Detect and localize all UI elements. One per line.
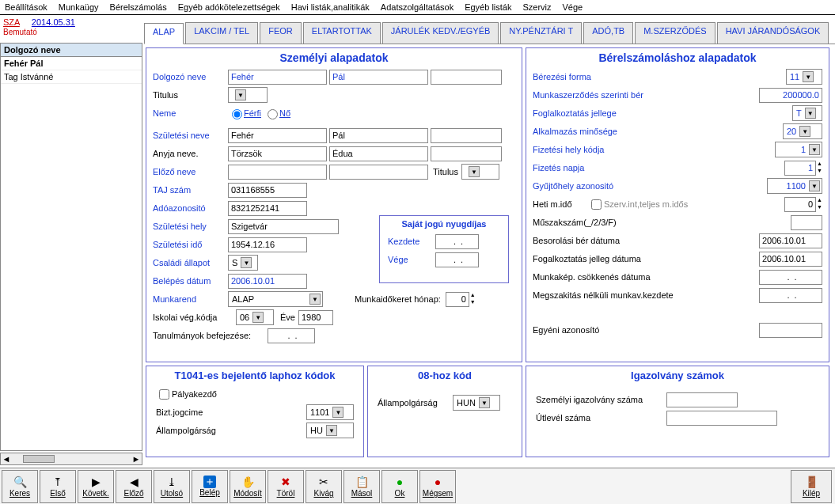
tab-adotb[interactable]: ADÓ,TB [583,22,633,44]
kivag-button[interactable]: ✂Kivág [306,470,342,503]
name-extra-input[interactable] [431,70,502,85]
list-item[interactable]: Fehér Pál [1,57,142,70]
birthname-first-input[interactable] [329,128,428,143]
chevron-down-icon[interactable]: ▼ [326,425,337,436]
muszak-input[interactable] [791,215,822,230]
elso-button[interactable]: ⤒Első [40,470,76,503]
tab-feor[interactable]: FEOR [260,22,302,44]
fogjell-input[interactable] [759,252,822,267]
firstname-input[interactable] [329,70,428,85]
menu-szerviz[interactable]: Szerviz [522,2,551,12]
fiznap-input[interactable] [784,161,816,176]
scroll-right-icon[interactable]: ► [131,454,142,464]
menu-beallitasok[interactable]: Beállítások [5,2,47,12]
list-horizontal-scrollbar[interactable]: ◄ ► [0,453,142,465]
tab-lakcim[interactable]: LAKCIM / TEL [185,22,258,44]
gender-female-radio[interactable] [268,109,278,119]
heti-input[interactable] [784,197,816,212]
mszerz-input[interactable] [759,88,822,103]
munkarend-combo[interactable]: ALAP▼ [228,291,323,307]
chevron-down-icon[interactable]: ▼ [252,312,264,323]
eve-input[interactable] [298,310,333,325]
alkmin-combo[interactable]: 20▼ [783,123,822,139]
allamp-08-combo[interactable]: HUN▼ [453,395,500,411]
menu-berelszamolas[interactable]: Bérelszámolás [110,2,167,12]
menu-adatszolg[interactable]: Adatszolgáltatások [381,2,454,12]
belep-button[interactable]: ＋Belép [192,470,228,503]
palyakezdo-checkbox[interactable] [159,389,169,400]
birthname-extra-input[interactable] [431,128,502,143]
date-link[interactable]: 2014.05.31 [32,17,75,27]
keres-button[interactable]: 🔍Keres [2,470,38,503]
tanulm-date-input[interactable] [268,328,315,343]
nyugdij-vege-input[interactable] [435,252,479,267]
megsem-button[interactable]: ●Mégsem [419,470,456,503]
employee-list[interactable]: Fehér Pál Tag Istvánné [0,57,142,451]
megszak-input[interactable] [759,288,822,303]
chevron-down-icon[interactable]: ▼ [809,144,820,155]
fiznap-down-icon[interactable]: ▼ [817,168,822,175]
label-ferfi[interactable]: Férfi [244,108,261,118]
chevron-down-icon[interactable]: ▼ [469,166,480,177]
chevron-down-icon[interactable]: ▼ [803,71,814,82]
menu-vege[interactable]: Vége [563,2,583,12]
birthdate-input[interactable] [228,237,307,252]
bizt-combo[interactable]: 1101▼ [306,404,354,420]
torol-button[interactable]: ✖Töröl [268,470,304,503]
birthplace-input[interactable] [228,219,339,234]
maritalstatus-combo[interactable]: S▼ [228,255,258,271]
mothername-first-input[interactable] [329,146,428,161]
szig-input[interactable] [666,392,738,407]
tab-nypenztar[interactable]: NY.PÉNZTÁRI T [500,22,582,44]
menu-havi-listak[interactable]: Havi listák,analitikák [291,2,370,12]
prevname-first-input[interactable] [329,165,428,180]
prevname-last-input[interactable] [228,165,327,180]
chevron-down-icon[interactable]: ▼ [332,407,343,418]
chevron-down-icon[interactable]: ▼ [235,89,246,100]
nyugdij-kezdete-input[interactable] [435,234,479,249]
entrydate-input[interactable] [228,274,307,289]
fiznap-up-icon[interactable]: ▲ [817,161,822,168]
lastname-input[interactable] [228,70,327,85]
gender-male-radio[interactable] [232,109,242,119]
utlevel-input[interactable] [666,411,777,426]
tab-jarulek[interactable]: JÁRULÉK KEDV./EGYÉB [382,22,499,44]
mkh-up-icon[interactable]: ▲ [470,292,476,299]
utolso-button[interactable]: ⤓Utolsó [154,470,190,503]
menu-munkaugy[interactable]: Munkaügy [59,2,99,12]
mkh-down-icon[interactable]: ▼ [470,299,476,306]
iskola-combo[interactable]: 06▼ [236,309,274,325]
modosit-button[interactable]: ✋Módosít [230,470,266,503]
tab-eltartottak[interactable]: ELTARTOTTAK [303,22,381,44]
mkh-input[interactable] [446,292,469,307]
tab-mszerzodes[interactable]: M.SZERZŐDÉS [635,22,715,44]
scroll-left-icon[interactable]: ◄ [1,454,12,464]
sza-link[interactable]: SZA [3,17,20,27]
szervint-checkbox[interactable] [591,199,602,210]
fizhely-combo[interactable]: 1▼ [775,142,822,157]
adoazonosito-input[interactable] [228,201,307,216]
berforma-combo[interactable]: 11▼ [786,69,822,85]
chevron-down-icon[interactable]: ▼ [799,126,810,137]
mkcs-input[interactable] [759,270,822,285]
besor-input[interactable] [759,233,822,248]
allamp-t1041-combo[interactable]: HU▼ [306,423,354,438]
tab-alap[interactable]: ALAP [144,23,184,44]
elozo-button[interactable]: ◀Előző [116,470,152,503]
chevron-down-icon[interactable]: ▼ [241,257,252,268]
masol-button[interactable]: 📋Másol [343,470,380,503]
scroll-thumb[interactable] [23,455,55,463]
chevron-down-icon[interactable]: ▼ [805,108,816,119]
kilep-button[interactable]: 🚪Kilép [791,470,832,503]
chevron-down-icon[interactable]: ▼ [479,397,490,408]
titulus-combo[interactable]: ▼ [228,87,268,103]
tab-havijar[interactable]: HAVI JÁRANDÓSÁGOK [717,22,829,44]
kovetk-button[interactable]: ▶Követk. [78,470,114,503]
menu-egyeb-ado[interactable]: Egyéb adókötelezettségek [178,2,280,12]
heti-up-icon[interactable]: ▲ [817,197,822,204]
gyujto-combo[interactable]: 1100▼ [767,178,822,194]
label-no[interactable]: Nő [279,108,290,118]
heti-down-icon[interactable]: ▼ [817,204,822,211]
foglalk-combo[interactable]: T▼ [792,105,822,121]
ok-button[interactable]: ●Ok [381,470,418,503]
